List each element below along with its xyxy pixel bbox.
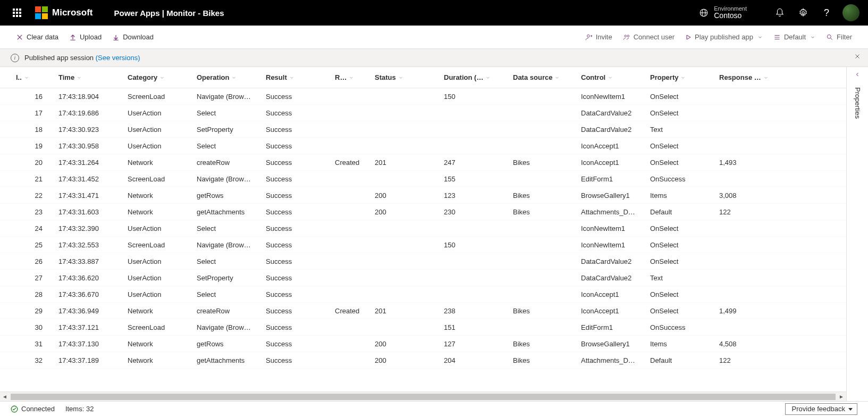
invite-button[interactable]: Invite bbox=[580, 26, 618, 48]
horizontal-scrollbar[interactable]: ◄ ► bbox=[0, 392, 846, 401]
cell-id: 18 bbox=[16, 126, 58, 134]
cell-category: UserAction bbox=[128, 290, 197, 298]
upload-button[interactable]: Upload bbox=[64, 26, 107, 48]
clear-data-button[interactable]: Clear data bbox=[11, 26, 64, 48]
help-button[interactable]: ? bbox=[815, 0, 838, 26]
play-icon bbox=[685, 34, 692, 40]
col-rstatus[interactable]: R… bbox=[335, 73, 375, 81]
environment-picker[interactable]: Environment Contoso bbox=[699, 5, 747, 20]
table-row[interactable]: 1917:43:30.958UserActionSelectSuccessIco… bbox=[0, 138, 846, 154]
chevron-down-icon bbox=[159, 75, 165, 80]
info-bar: i Published app session (See versions) bbox=[0, 49, 868, 67]
cell-operation: getAttachments bbox=[197, 208, 266, 216]
cell-operation: Select bbox=[197, 224, 266, 232]
cell-category: Network bbox=[128, 159, 197, 167]
cell-control: IconAccept1 bbox=[581, 307, 650, 315]
cell-time: 17:43:31.603 bbox=[58, 208, 128, 216]
chevron-down-icon bbox=[398, 75, 403, 80]
cell-control: IconAccept1 bbox=[581, 290, 650, 298]
cell-time: 17:43:37.189 bbox=[58, 356, 128, 364]
col-response[interactable]: Response … bbox=[719, 73, 778, 81]
info-close-button[interactable] bbox=[854, 53, 861, 60]
col-control[interactable]: Control bbox=[581, 73, 650, 81]
table-row[interactable]: 2017:43:31.264NetworkcreateRowSuccessCre… bbox=[0, 154, 846, 171]
table-row[interactable]: 2817:43:36.670UserActionSelectSuccessIco… bbox=[0, 286, 846, 303]
table-row[interactable]: 1717:43:19.686UserActionSelectSuccessDat… bbox=[0, 105, 846, 121]
cell-duration: 247 bbox=[444, 159, 513, 167]
table-row[interactable]: 2317:43:31.603NetworkgetAttachmentsSucce… bbox=[0, 204, 846, 220]
cell-control: IconNewItem1 bbox=[581, 224, 650, 232]
filter-button[interactable]: Filter bbox=[821, 26, 857, 48]
connect-user-button[interactable]: Connect user bbox=[618, 26, 680, 48]
cell-status: 201 bbox=[375, 159, 444, 167]
play-app-button[interactable]: Play published app bbox=[680, 26, 768, 48]
col-id[interactable]: I.. bbox=[16, 73, 58, 81]
cell-property: OnSelect bbox=[650, 109, 719, 117]
cell-id: 19 bbox=[16, 142, 58, 150]
cell-category: UserAction bbox=[128, 109, 197, 117]
table-row[interactable]: 1817:43:30.923UserActionSetPropertySucce… bbox=[0, 121, 846, 138]
cell-result: Success bbox=[266, 126, 335, 134]
table-row[interactable]: 2917:43:36.949NetworkcreateRowSuccessCre… bbox=[0, 303, 846, 319]
col-duration[interactable]: Duration (… bbox=[444, 73, 513, 81]
grid-body[interactable]: 1617:43:18.904ScreenLoadNavigate (Brow…S… bbox=[0, 88, 846, 392]
invite-icon bbox=[585, 34, 593, 41]
notifications-button[interactable] bbox=[768, 0, 791, 26]
scroll-track[interactable] bbox=[11, 394, 836, 400]
properties-panel-collapsed: Properties bbox=[847, 67, 868, 401]
chevron-down-icon bbox=[289, 75, 294, 80]
app-launcher-button[interactable] bbox=[4, 0, 30, 26]
table-row[interactable]: 2417:43:32.390UserActionSelectSuccessIco… bbox=[0, 220, 846, 237]
environment-icon bbox=[699, 8, 709, 18]
col-time[interactable]: Time bbox=[58, 73, 128, 81]
see-versions-link[interactable]: (See versions) bbox=[96, 54, 140, 62]
provide-feedback-button[interactable]: Provide feedback bbox=[785, 403, 857, 415]
table-row[interactable]: 3117:43:37.130NetworkgetRowsSuccess20012… bbox=[0, 336, 846, 352]
cell-response: 3,008 bbox=[719, 192, 778, 199]
cell-category: ScreenLoad bbox=[128, 323, 197, 331]
col-property[interactable]: Property bbox=[650, 73, 719, 81]
expand-properties-button[interactable] bbox=[854, 71, 861, 78]
col-datasource[interactable]: Data source bbox=[513, 73, 581, 81]
table-row[interactable]: 3017:43:37.121ScreenLoadNavigate (Brow…S… bbox=[0, 319, 846, 336]
table-row[interactable]: 2517:43:32.553ScreenLoadNavigate (Brow…S… bbox=[0, 237, 846, 253]
cell-time: 17:43:32.390 bbox=[58, 224, 128, 232]
chevron-down-icon bbox=[680, 75, 686, 80]
microsoft-brand: Microsoft bbox=[52, 7, 93, 18]
download-button[interactable]: Download bbox=[107, 26, 159, 48]
cell-duration: 150 bbox=[444, 241, 513, 249]
col-result[interactable]: Result bbox=[266, 73, 335, 81]
event-grid: I.. Time Category Operation Result R… St… bbox=[0, 67, 847, 401]
scroll-right-arrow[interactable]: ► bbox=[837, 392, 846, 402]
connection-status: Connected bbox=[21, 405, 55, 413]
cell-operation: Navigate (Brow… bbox=[197, 323, 266, 331]
table-row[interactable]: 1617:43:18.904ScreenLoadNavigate (Brow…S… bbox=[0, 88, 846, 105]
cell-datasource: Bikes bbox=[513, 192, 581, 199]
cell-property: Default bbox=[650, 208, 719, 216]
table-row[interactable]: 3217:43:37.189NetworkgetAttachmentsSucce… bbox=[0, 352, 846, 369]
col-operation[interactable]: Operation bbox=[197, 73, 266, 81]
cell-result: Success bbox=[266, 323, 335, 331]
table-row[interactable]: 2217:43:31.471NetworkgetRowsSuccess20012… bbox=[0, 187, 846, 204]
cell-status: 200 bbox=[375, 340, 444, 348]
user-avatar[interactable] bbox=[842, 4, 859, 21]
svg-point-2 bbox=[802, 12, 805, 14]
cell-datasource: Bikes bbox=[513, 356, 581, 364]
table-row[interactable]: 2117:43:31.452ScreenLoadNavigate (Brow…S… bbox=[0, 171, 846, 187]
table-row[interactable]: 2717:43:36.620UserActionSetPropertySucce… bbox=[0, 270, 846, 286]
scroll-left-arrow[interactable]: ◄ bbox=[0, 392, 10, 402]
table-row[interactable]: 2617:43:33.887UserActionSelectSuccessDat… bbox=[0, 253, 846, 270]
chevron-down-icon bbox=[24, 75, 29, 80]
list-icon bbox=[773, 34, 781, 41]
grid-header: I.. Time Category Operation Result R… St… bbox=[0, 67, 846, 88]
top-bar: Microsoft Power Apps | Monitor - Bikes E… bbox=[0, 0, 868, 26]
cell-time: 17:43:31.471 bbox=[58, 192, 128, 199]
cell-time: 17:43:31.452 bbox=[58, 175, 128, 183]
default-dropdown[interactable]: Default bbox=[768, 26, 821, 48]
cell-id: 23 bbox=[16, 208, 58, 216]
col-category[interactable]: Category bbox=[128, 73, 197, 81]
col-status[interactable]: Status bbox=[375, 73, 444, 81]
microsoft-logo-icon bbox=[35, 6, 48, 19]
main-content: I.. Time Category Operation Result R… St… bbox=[0, 67, 868, 401]
settings-button[interactable] bbox=[791, 0, 815, 26]
